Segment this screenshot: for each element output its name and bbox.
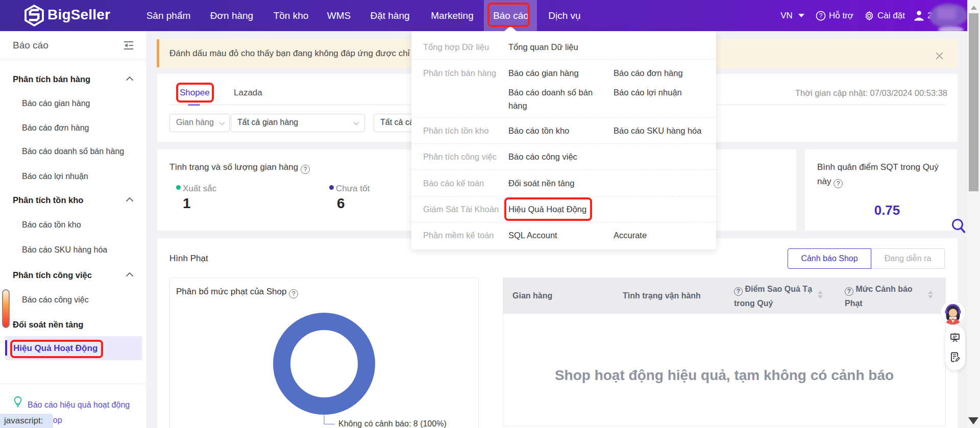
svg-text:?: ?: [819, 12, 823, 19]
